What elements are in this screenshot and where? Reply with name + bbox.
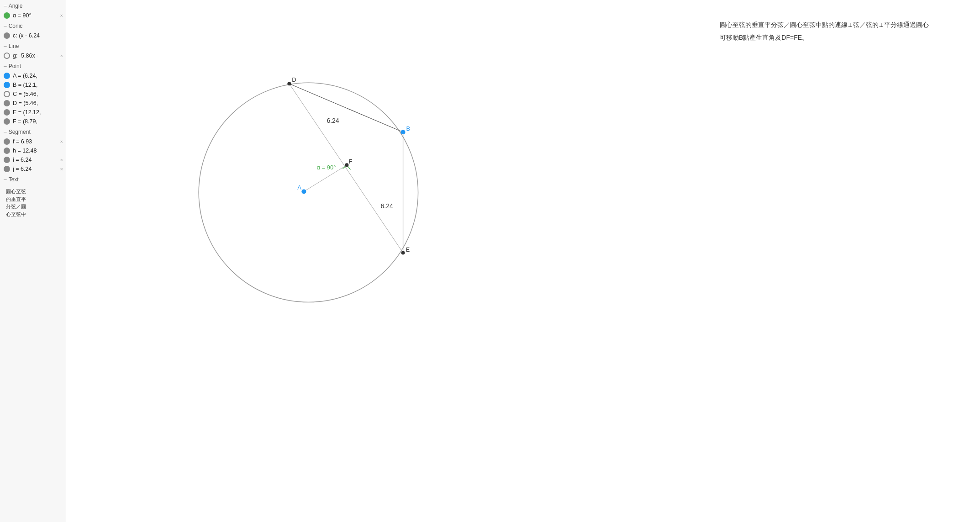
item-line-g[interactable]: g: -5.86x - × (0, 51, 66, 60)
dot-segment-j (4, 166, 10, 172)
close-segment-j[interactable]: × (60, 166, 63, 172)
label-alpha: α = 90° (13, 12, 31, 19)
item-segment-f[interactable]: f = 6.93 × (0, 137, 66, 146)
segment-label-lower: 6.24 (380, 202, 393, 210)
item-segment-j[interactable]: j = 6.24 × (0, 164, 66, 174)
section-point: – Point (0, 60, 66, 71)
point-D[interactable] (287, 82, 291, 85)
point-D-label: D (292, 76, 296, 83)
close-alpha[interactable]: × (60, 13, 63, 18)
dot-segment-h (4, 148, 10, 154)
segment-de-chord (289, 84, 403, 253)
label-point-a: A = (6.24, (13, 73, 37, 79)
dot-conic (4, 32, 10, 39)
circle-c (199, 83, 418, 302)
section-text: – Text (0, 174, 66, 185)
label-conic: c: (x - 6.24 (13, 32, 40, 39)
item-point-c[interactable]: C = (5.46, (0, 90, 66, 99)
point-E-label: E (406, 246, 410, 253)
section-angle: – Angle (0, 0, 66, 11)
dot-point-a (4, 73, 10, 79)
text-line2: 可移動B點產生直角及DF=FE。 (720, 31, 966, 44)
label-point-c: C = (5.46, (13, 91, 38, 97)
point-A[interactable] (301, 189, 306, 194)
dot-point-f (4, 118, 10, 125)
label-point-b: B = (12.1, (13, 82, 38, 88)
dot-segment-i (4, 157, 10, 163)
item-point-e[interactable]: E = (12.12, (0, 108, 66, 117)
section-line: – Line (0, 40, 66, 51)
text-panel-content: 圓心至弦的垂直平分弦／圓心至弦中點的連線⊥弦／弦的⊥平分線通過圓心 可移動B點產… (720, 18, 966, 44)
sidebar: – Angle α = 90° × – Conic c: (x - 6.24 –… (0, 0, 66, 522)
text-preview: 圓心至弦的垂直平分弦／圓心至弦中 (4, 186, 62, 219)
label-point-e: E = (12.12, (13, 109, 41, 116)
label-line-g: g: -5.86x - (13, 53, 38, 59)
item-conic[interactable]: c: (x - 6.24 (0, 31, 66, 40)
section-line-label: Line (9, 43, 19, 49)
item-alpha[interactable]: α = 90° × (0, 11, 66, 20)
item-segment-i[interactable]: i = 6.24 × (0, 155, 66, 164)
dot-alpha (4, 12, 10, 19)
point-A-label: A (297, 184, 301, 191)
label-point-f: F = (8.79, (13, 118, 37, 125)
label-segment-f: f = 6.93 (13, 138, 32, 145)
segment-label-upper: 6.24 (327, 117, 339, 124)
point-E[interactable] (401, 251, 405, 254)
section-segment: – Segment (0, 126, 66, 137)
section-point-label: Point (9, 63, 21, 69)
section-segment-label: Segment (9, 129, 31, 135)
dot-point-c (4, 91, 10, 97)
section-angle-label: Angle (9, 3, 23, 9)
point-B-label: B (406, 125, 411, 132)
section-conic: – Conic (0, 20, 66, 31)
dot-point-e (4, 109, 10, 116)
close-segment-i[interactable]: × (60, 157, 63, 163)
close-line-g[interactable]: × (60, 53, 63, 58)
item-point-b[interactable]: B = (12.1, (0, 80, 66, 90)
label-point-d: D = (5.46, (13, 100, 38, 106)
dot-point-b (4, 82, 10, 88)
label-segment-h: h = 12.48 (13, 148, 37, 154)
item-segment-h[interactable]: h = 12.48 (0, 146, 66, 155)
item-point-f[interactable]: F = (8.79, (0, 117, 66, 126)
dot-point-d (4, 100, 10, 106)
dot-segment-f (4, 138, 10, 145)
section-conic-label: Conic (9, 23, 23, 29)
item-point-a[interactable]: A = (6.24, (0, 71, 66, 80)
alpha-label: α = 90° (316, 164, 336, 171)
label-segment-j: j = 6.24 (13, 166, 32, 172)
segment-db (289, 84, 403, 132)
close-segment-f[interactable]: × (60, 139, 63, 144)
dot-line-g (4, 53, 10, 59)
text-panel: 圓心至弦的垂直平分弦／圓心至弦中點的連線⊥弦／弦的⊥平分線通過圓心 可移動B點產… (706, 0, 980, 522)
geometry-canvas: 6.24 6.24 α = 90° D B F A E (66, 0, 706, 522)
text-line1: 圓心至弦的垂直平分弦／圓心至弦中點的連線⊥弦／弦的⊥平分線通過圓心 (720, 18, 966, 31)
section-text-label: Text (9, 176, 19, 183)
point-F[interactable] (345, 163, 348, 167)
item-point-d[interactable]: D = (5.46, (0, 99, 66, 108)
label-segment-i: i = 6.24 (13, 157, 32, 163)
point-B[interactable] (401, 130, 406, 134)
canvas-area[interactable]: 6.24 6.24 α = 90° D B F A E (66, 0, 706, 522)
point-F-label: F (348, 158, 352, 165)
